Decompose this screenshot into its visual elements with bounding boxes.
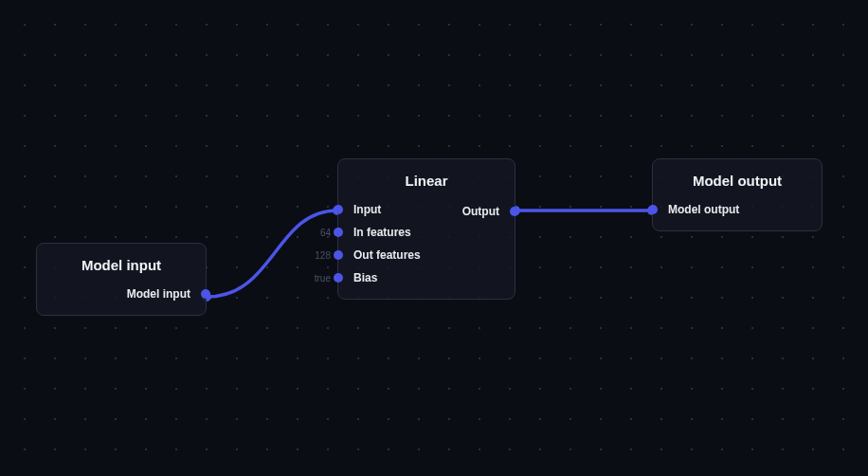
port-label: Bias: [353, 271, 377, 284]
port-value: true: [315, 273, 331, 284]
port-output-model-input[interactable]: Model input: [37, 283, 206, 305]
port-input-bias[interactable]: true Bias: [338, 266, 515, 289]
port-dot-icon[interactable]: [648, 205, 658, 214]
port-label: In features: [353, 226, 411, 239]
node-linear[interactable]: Linear Input 64 In features 128 Out feat…: [337, 158, 515, 300]
port-value: 64: [320, 228, 331, 238]
port-input-out-features[interactable]: 128 Out features: [338, 244, 515, 266]
port-input-model-output[interactable]: Model output: [653, 198, 822, 221]
port-dot-icon[interactable]: [334, 228, 343, 237]
node-title: Linear: [338, 159, 515, 198]
port-dot-icon[interactable]: [201, 289, 210, 299]
port-dot-icon[interactable]: [334, 273, 343, 283]
port-input-in-features[interactable]: 64 In features: [338, 221, 515, 244]
port-dot-icon[interactable]: [334, 250, 343, 260]
node-title: Model output: [653, 159, 822, 198]
port-label: Output: [462, 205, 499, 218]
node-model-input[interactable]: Model input Model input: [36, 243, 207, 316]
node-editor-canvas[interactable]: Model input Model input Linear Input 64 …: [0, 0, 868, 476]
port-label: Out features: [353, 248, 421, 262]
port-label: Input: [353, 203, 381, 216]
port-label: Model output: [668, 203, 739, 216]
port-dot-icon[interactable]: [334, 205, 343, 214]
port-value: 128: [315, 250, 331, 261]
node-model-output[interactable]: Model output Model output: [652, 158, 823, 231]
node-title: Model input: [37, 244, 206, 283]
port-label: Model input: [127, 287, 190, 301]
port-output-output[interactable]: Output: [462, 200, 515, 223]
port-dot-icon[interactable]: [510, 207, 519, 216]
